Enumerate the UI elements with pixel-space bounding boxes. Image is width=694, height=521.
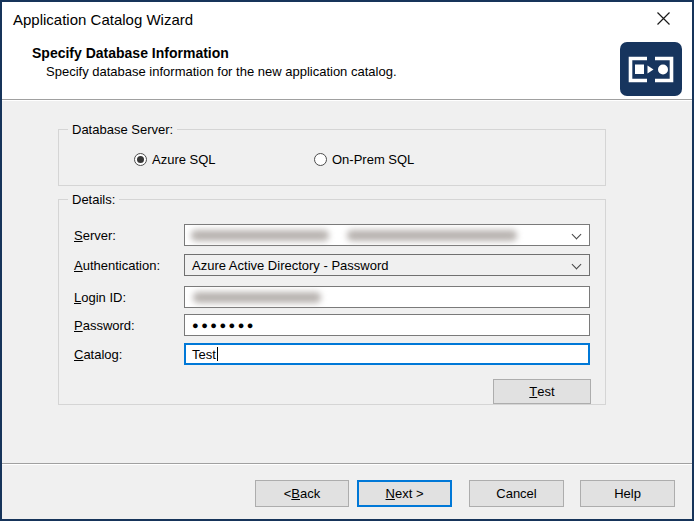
header-divider	[2, 99, 692, 101]
login-id-input[interactable]	[184, 286, 590, 308]
page-title: Specify Database Information	[32, 45, 229, 61]
catalog-value: Test	[192, 347, 216, 362]
close-icon	[656, 11, 671, 30]
radio-unselected-icon	[314, 153, 327, 166]
radio-selected-icon	[134, 153, 147, 166]
text-caret	[217, 347, 218, 361]
details-group: Details: Server: Authentication: Azure A…	[58, 199, 606, 405]
header-panel: Application Catalog Wizard Specify Datab…	[2, 2, 692, 99]
application-catalog-icon	[620, 42, 682, 96]
page-subtitle: Specify database information for the new…	[46, 64, 397, 79]
radio-azure-sql[interactable]: Azure SQL	[134, 151, 216, 167]
titlebar[interactable]: Application Catalog Wizard	[2, 2, 692, 38]
authentication-value: Azure Active Directory - Password	[192, 258, 389, 273]
next-button[interactable]: Next >	[357, 480, 452, 507]
database-server-group: Database Server: Azure SQL On-Prem SQL	[58, 129, 606, 186]
password-input[interactable]: ●●●●●●●	[184, 314, 590, 336]
radio-on-prem-sql[interactable]: On-Prem SQL	[314, 151, 414, 167]
password-label: Password:	[74, 318, 135, 333]
authentication-combobox[interactable]: Azure Active Directory - Password	[184, 254, 590, 276]
redacted-text	[191, 230, 329, 241]
window-title: Application Catalog Wizard	[13, 11, 193, 28]
back-button[interactable]: < Back	[255, 480, 349, 507]
redacted-text	[347, 230, 517, 241]
close-button[interactable]	[647, 5, 679, 35]
cancel-button[interactable]: Cancel	[469, 480, 564, 507]
test-button[interactable]: Test	[493, 379, 591, 404]
password-masked-value: ●●●●●●●	[192, 314, 256, 336]
help-button[interactable]: Help	[580, 480, 675, 507]
server-combobox[interactable]	[184, 224, 590, 246]
details-group-label: Details:	[68, 192, 119, 207]
catalog-input[interactable]: Test	[184, 343, 590, 365]
database-server-group-label: Database Server:	[68, 122, 177, 137]
redacted-text	[193, 292, 321, 303]
login-id-label: Login ID:	[74, 290, 126, 305]
footer-divider	[2, 463, 692, 465]
server-label: Server:	[74, 228, 116, 243]
dialog-window: Application Catalog Wizard Specify Datab…	[0, 0, 694, 521]
authentication-label: Authentication:	[74, 258, 160, 273]
chevron-down-icon	[572, 260, 582, 270]
catalog-label: Catalog:	[74, 347, 122, 362]
radio-azure-sql-label: Azure SQL	[152, 152, 216, 167]
chevron-down-icon	[572, 230, 582, 240]
radio-on-prem-sql-label: On-Prem SQL	[332, 152, 414, 167]
